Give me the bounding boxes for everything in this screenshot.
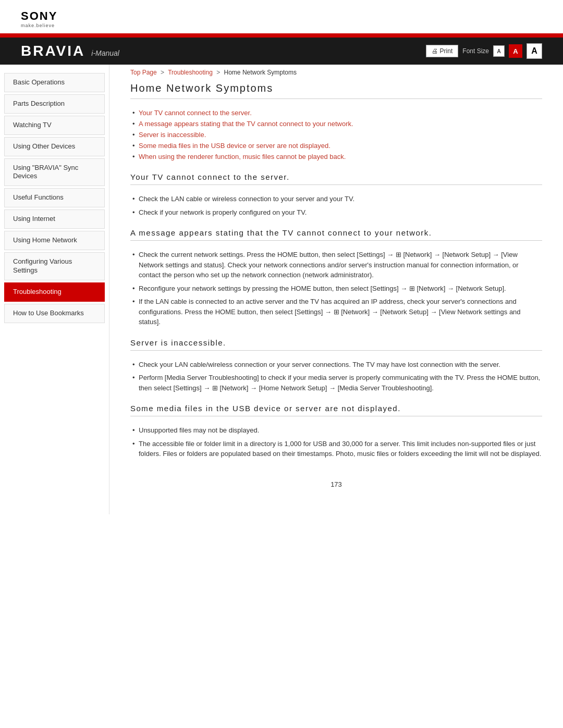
main-layout: Basic Operations Parts Description Watch…	[0, 65, 563, 514]
sidebar-item-using-home-network[interactable]: Using Home Network	[4, 231, 105, 250]
sidebar-item-using-other-devices[interactable]: Using Other Devices	[4, 137, 105, 156]
sony-logo: SONY	[21, 9, 542, 23]
link-renderer[interactable]: When using the renderer function, music …	[139, 153, 346, 161]
section-divider-2	[130, 240, 542, 241]
sidebar: Basic Operations Parts Description Watch…	[0, 65, 109, 514]
list-item: Your TV cannot connect to the server.	[130, 107, 542, 118]
section-1-bullets: Check the LAN cable or wireless connecti…	[130, 192, 542, 219]
section-divider-1	[130, 184, 542, 185]
page-title: Home Network Symptoms	[130, 82, 542, 94]
sidebar-item-watching-tv[interactable]: Watching TV	[4, 116, 105, 135]
breadcrumb-current: Home Network Symptoms	[224, 69, 297, 76]
section-title-server-inaccessible: Server is inaccessible.	[130, 338, 542, 347]
print-icon: 🖨	[432, 47, 438, 55]
sidebar-item-troubleshooting[interactable]: Troubleshooting	[4, 282, 105, 302]
section-2-bullets: Check the current network settings. Pres…	[130, 248, 542, 329]
link-tv-cannot-connect[interactable]: Your TV cannot connect to the server.	[139, 109, 252, 117]
section-divider-4	[130, 416, 542, 416]
bravia-title-group: BRAVIA i-Manual	[21, 43, 119, 59]
list-item: Server is inaccessible.	[130, 129, 542, 140]
list-item: Some media files in the USB device or se…	[130, 140, 542, 151]
bravia-header-bar: BRAVIA i-Manual 🖨 Print Font Size A A A	[0, 38, 563, 65]
link-message-appears[interactable]: A message appears stating that the TV ca…	[139, 120, 353, 128]
page-number: 173	[130, 470, 542, 493]
list-item: Check your LAN cable/wireless connection…	[130, 358, 542, 372]
title-divider	[130, 98, 542, 99]
section-title-media-files: Some media files in the USB device or se…	[130, 404, 542, 413]
header-controls: 🖨 Print Font Size A A A	[426, 43, 542, 59]
sidebar-item-configuring-settings[interactable]: Configuring Various Settings	[4, 252, 105, 280]
sidebar-item-basic-operations[interactable]: Basic Operations	[4, 73, 105, 92]
list-item: If the LAN cable is connected to an acti…	[130, 295, 542, 329]
red-accent-bar	[0, 33, 563, 38]
sidebar-item-bravia-sync[interactable]: Using "BRAVIA" Sync Devices	[4, 158, 105, 187]
sidebar-item-using-internet[interactable]: Using Internet	[4, 209, 105, 229]
font-small-button[interactable]: A	[493, 45, 505, 57]
list-item: A message appears stating that the TV ca…	[130, 118, 542, 129]
list-item: Check the current network settings. Pres…	[130, 248, 542, 282]
bravia-brand: BRAVIA	[21, 43, 85, 59]
sidebar-item-parts-description[interactable]: Parts Description	[4, 94, 105, 114]
section-3-bullets: Check your LAN cable/wireless connection…	[130, 358, 542, 395]
breadcrumb-top-page[interactable]: Top Page	[130, 69, 157, 76]
list-item: Check the LAN cable or wireless connecti…	[130, 192, 542, 206]
sidebar-item-useful-functions[interactable]: Useful Functions	[4, 188, 105, 207]
print-button[interactable]: 🖨 Print	[426, 45, 459, 57]
link-media-files[interactable]: Some media files in the USB device or se…	[139, 142, 331, 150]
sidebar-item-bookmarks[interactable]: How to Use Bookmarks	[4, 304, 105, 323]
list-item: Check if your network is properly config…	[130, 206, 542, 219]
list-item: Reconfigure your network settings by pre…	[130, 282, 542, 295]
section-title-tv-cannot-connect: Your TV cannot connect to the server.	[130, 172, 542, 181]
symptom-link-list: Your TV cannot connect to the server. A …	[130, 107, 542, 162]
font-size-label: Font Size	[462, 47, 489, 55]
breadcrumb-troubleshooting[interactable]: Troubleshooting	[168, 69, 213, 76]
font-large-button[interactable]: A	[527, 43, 542, 59]
link-server-inaccessible[interactable]: Server is inaccessible.	[139, 131, 206, 139]
list-item: Unsupported files may not be displayed.	[130, 424, 542, 437]
section-title-message-appears: A message appears stating that the TV ca…	[130, 228, 542, 237]
breadcrumb-sep-1: >	[161, 69, 164, 76]
breadcrumb-sep-2: >	[216, 69, 220, 76]
sony-tagline: make.believe	[21, 23, 542, 28]
sony-header: SONY make.believe	[0, 0, 563, 33]
list-item: When using the renderer function, music …	[130, 151, 542, 162]
font-medium-button[interactable]: A	[509, 44, 522, 58]
list-item: The accessible file or folder limit in a…	[130, 437, 542, 461]
breadcrumb: Top Page > Troubleshooting > Home Networ…	[130, 65, 542, 82]
content-area: Top Page > Troubleshooting > Home Networ…	[109, 65, 563, 514]
list-item: Perform [Media Server Troubleshooting] t…	[130, 371, 542, 394]
bravia-manual-label: i-Manual	[91, 49, 119, 57]
section-4-bullets: Unsupported files may not be displayed. …	[130, 424, 542, 461]
section-divider-3	[130, 350, 542, 351]
